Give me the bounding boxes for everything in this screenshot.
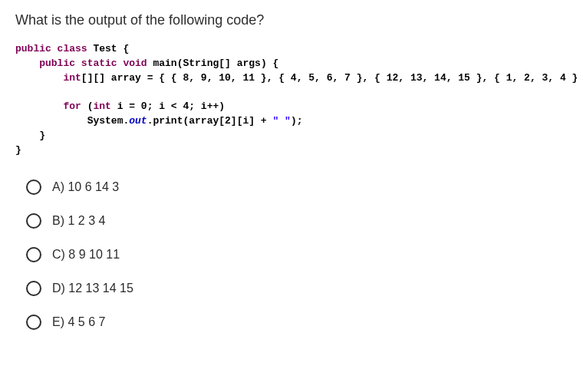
code-indent [15, 100, 63, 112]
code-text: main(String[] args) { [147, 58, 279, 69]
code-string: " " [272, 115, 290, 127]
code-text: [][] array = { { 8, 9, 10, 11 }, { 4, 5,… [81, 72, 583, 84]
code-block: public class Test { public static void m… [15, 42, 568, 158]
radio-icon[interactable] [26, 281, 41, 296]
radio-icon[interactable] [26, 315, 41, 330]
question-text: What is the output of the following code… [15, 12, 568, 28]
radio-icon[interactable] [26, 213, 41, 229]
code-kw: int [63, 72, 81, 84]
option-a[interactable]: A) 10 6 14 3 [26, 180, 568, 195]
code-indent [15, 115, 87, 127]
code-kw: public class [15, 43, 87, 54]
option-label: E) 4 5 6 7 [52, 315, 105, 329]
option-e[interactable]: E) 4 5 6 7 [26, 315, 568, 330]
option-d[interactable]: D) 12 13 14 15 [26, 281, 568, 296]
code-text: ); [291, 115, 303, 127]
option-label: A) 10 6 14 3 [52, 180, 119, 194]
option-label: D) 12 13 14 15 [52, 282, 133, 295]
code-text: .print(array[2][i] + [147, 115, 273, 127]
code-indent [15, 72, 63, 84]
option-b[interactable]: B) 1 2 3 4 [26, 213, 568, 229]
code-kw: public static void [39, 58, 147, 69]
code-indent [15, 58, 39, 69]
code-text: } [15, 144, 21, 156]
code-text: ( [81, 100, 94, 112]
option-c[interactable]: C) 8 9 10 11 [26, 247, 568, 262]
radio-icon[interactable] [26, 247, 41, 262]
code-kw: for [63, 100, 81, 112]
radio-icon[interactable] [26, 180, 41, 195]
code-static: out [129, 115, 147, 127]
code-text: Test { [87, 43, 130, 54]
option-label: C) 8 9 10 11 [52, 248, 120, 262]
code-text: System. [87, 115, 130, 127]
option-label: B) 1 2 3 4 [52, 214, 105, 228]
code-text: } [15, 130, 45, 141]
options-list: A) 10 6 14 3 B) 1 2 3 4 C) 8 9 10 11 D) … [15, 180, 568, 330]
code-text: i = 0; i < 4; i++) [111, 100, 225, 112]
code-kw: int [93, 100, 110, 112]
